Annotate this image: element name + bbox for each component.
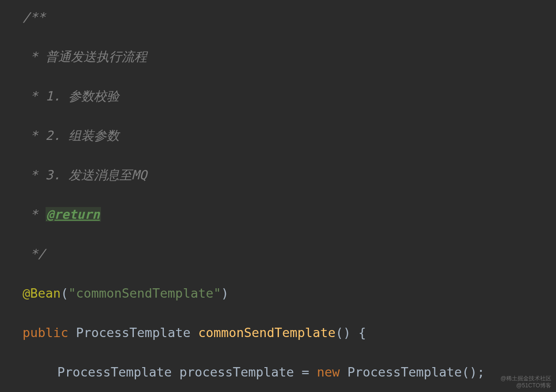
annotation-value: "commonSendTemplate" <box>69 286 221 300</box>
paren-open: ( <box>61 286 68 300</box>
return-type: ProcessTemplate <box>76 325 191 340</box>
watermark: @稀土掘金技术社区 @51CTO博客 <box>501 375 551 389</box>
javadoc-line: * 1. 参数校验 <box>23 89 119 103</box>
watermark-line-1: @稀土掘金技术社区 <box>501 375 551 382</box>
code-block: /** * 普通发送执行流程 * 1. 参数校验 * 2. 组装参数 * 3. … <box>0 0 556 392</box>
javadoc-line: * 2. 组装参数 <box>23 128 119 143</box>
javadoc-return-tag: @return <box>46 207 101 222</box>
stmt-new-template: ProcessTemplate processTemplate = <box>57 365 317 379</box>
keyword-new: new <box>317 365 340 379</box>
javadoc-line: * 普通发送执行流程 <box>23 49 147 64</box>
javadoc-line: * <box>23 207 46 222</box>
method-sig-tail: () { <box>336 325 366 340</box>
javadoc-close: */ <box>23 246 46 261</box>
keyword-public: public <box>23 325 69 340</box>
watermark-line-2: @51CTO博客 <box>501 382 551 389</box>
javadoc-line: * 3. 发送消息至MQ <box>23 168 147 182</box>
method-name: commonSendTemplate <box>198 325 336 340</box>
javadoc-open: /** <box>23 10 46 24</box>
paren-close: ) <box>221 286 229 300</box>
annotation-bean: @Bean <box>23 286 61 300</box>
